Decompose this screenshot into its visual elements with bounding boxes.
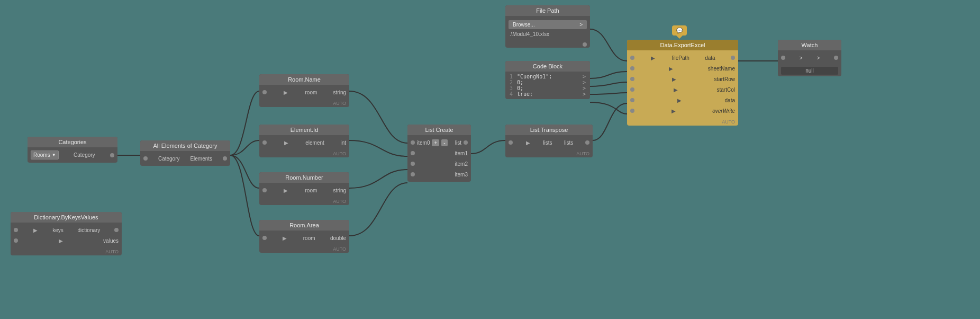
values-label: values <box>103 238 119 244</box>
transpose-out-label: lists <box>564 140 573 146</box>
code-line-arrow-3: > <box>583 85 586 91</box>
list-item0-in-port <box>411 140 415 145</box>
list-item1-label: item1 <box>455 150 468 156</box>
sheetname-in-label: sheetName <box>708 66 735 72</box>
data-export-footer: AUTO <box>627 118 738 126</box>
filepath-in-label: filePath <box>672 55 689 61</box>
code-line-arrow-1: > <box>583 74 586 79</box>
code-line-2: 0; <box>517 79 583 85</box>
filepath-in-port <box>630 56 634 60</box>
list-item2-in-port <box>411 162 415 166</box>
dict-footer: AUTO <box>11 248 122 255</box>
values-in-port <box>14 238 18 243</box>
list-item3-in-port <box>411 172 415 176</box>
room-area-in-port <box>262 236 267 240</box>
room-area-out-label: double <box>330 235 346 241</box>
categories-node: Categories Rooms ▼ Category <box>28 137 117 163</box>
element-id-out-label: int <box>340 140 346 146</box>
list-item0-label: item0 <box>417 140 430 146</box>
room-number-node: Room.Number ▶ room string AUTO <box>259 172 349 205</box>
list-transpose-header: List.Transpose <box>505 125 593 135</box>
room-name-in-label: room <box>305 90 317 95</box>
data-export-header: Data.ExportExcel <box>627 40 738 50</box>
browse-label: Browse... <box>513 22 535 28</box>
list-item1-in-port <box>411 151 415 155</box>
file-path-out-port <box>583 42 587 47</box>
list-out-label: list <box>455 140 461 146</box>
comment-icon: 💬 <box>676 28 683 33</box>
code-line-num-3: 3 <box>510 85 515 91</box>
room-area-footer: AUTO <box>259 245 349 253</box>
list-add-button[interactable]: + <box>432 139 439 146</box>
data-out-port <box>731 56 735 60</box>
list-out-port <box>464 140 468 145</box>
categories-header: Categories <box>28 137 117 147</box>
startrow-in-port <box>630 77 634 81</box>
transpose-out-port <box>585 140 589 145</box>
element-id-in-label: element <box>305 140 324 146</box>
list-transpose-node: List.Transpose ▶ lists lists AUTO <box>505 125 593 157</box>
watch-out-label: > <box>816 55 820 61</box>
code-line-arrow-4: > <box>583 91 586 97</box>
comment-bubble: 💬 <box>672 25 687 36</box>
room-area-node: Room.Area ▶ room double AUTO <box>259 220 349 253</box>
startrow-in-label: startRow <box>714 76 735 82</box>
list-item2-label: item2 <box>455 161 468 167</box>
keys-in-port <box>14 228 18 232</box>
category-in-port <box>143 156 148 161</box>
code-line-3: 0; <box>517 85 583 91</box>
list-create-header: List Create <box>407 125 471 135</box>
room-name-out-label: string <box>333 90 346 95</box>
transpose-in-port <box>509 140 513 145</box>
file-path-header: File Path <box>505 5 590 16</box>
room-name-header: Room.Name <box>259 74 349 85</box>
code-line-4: true; <box>517 91 583 97</box>
list-create-node: List Create item0 + - list item1 item2 i… <box>407 125 471 182</box>
room-name-node: Room.Name ▶ room string AUTO <box>259 74 349 107</box>
category-out-port <box>110 153 114 157</box>
code-line-num-1: 1 <box>510 74 515 79</box>
room-area-header: Room.Area <box>259 220 349 231</box>
sheetname-in-port <box>630 66 634 70</box>
dropdown-arrow-icon: ▼ <box>52 153 56 157</box>
keys-label: keys <box>52 227 63 233</box>
browse-button[interactable]: Browse... > <box>509 20 587 29</box>
data-export-node: Data.ExportExcel ▶ filePath data ▶ sheet… <box>627 40 738 126</box>
room-number-in-port <box>262 188 267 192</box>
categories-dropdown[interactable]: Rooms ▼ <box>31 150 59 160</box>
room-number-in-label: room <box>305 188 317 193</box>
element-id-in-port <box>262 140 267 145</box>
category-port-label: Category <box>74 152 95 158</box>
code-line-num-4: 4 <box>510 91 515 97</box>
startcol-in-label: startCol <box>717 87 735 93</box>
overwrite-in-port <box>630 109 634 113</box>
room-name-in-port <box>262 90 267 94</box>
room-area-in-label: room <box>303 235 315 241</box>
watch-in-label: > <box>800 55 803 61</box>
room-number-out-label: string <box>333 188 346 193</box>
file-path-value: .\Modul4_10.xlsx <box>505 30 590 39</box>
room-number-header: Room.Number <box>259 172 349 183</box>
code-line-arrow-2: > <box>583 79 586 85</box>
code-block-header: Code Block <box>505 61 590 72</box>
code-line-num-2: 2 <box>510 79 515 85</box>
data-in-label: data <box>725 98 735 103</box>
dict-out-label: dictionary <box>78 227 101 233</box>
startcol-in-port <box>630 87 634 92</box>
element-id-footer: AUTO <box>259 150 349 157</box>
category-in-label: Category <box>158 156 180 162</box>
data-in-port <box>630 98 634 102</box>
room-number-footer: AUTO <box>259 198 349 205</box>
watch-node: Watch > > null <box>778 40 841 76</box>
elements-out-label: Elements <box>190 156 212 162</box>
dropdown-value: Rooms <box>33 152 50 158</box>
dictionary-header: Dictionary.ByKeysValues <box>11 212 122 223</box>
list-remove-button[interactable]: - <box>441 139 447 146</box>
element-id-node: Element.Id ▶ element int AUTO <box>259 125 349 157</box>
data-out-label: data <box>705 55 715 61</box>
watch-header: Watch <box>778 40 841 50</box>
transpose-in-label: lists <box>543 140 552 146</box>
all-elements-node: All Elements of Category Category Elemen… <box>140 140 230 166</box>
file-path-node: File Path Browse... > .\Modul4_10.xlsx <box>505 5 590 48</box>
watch-value: null <box>781 67 838 75</box>
